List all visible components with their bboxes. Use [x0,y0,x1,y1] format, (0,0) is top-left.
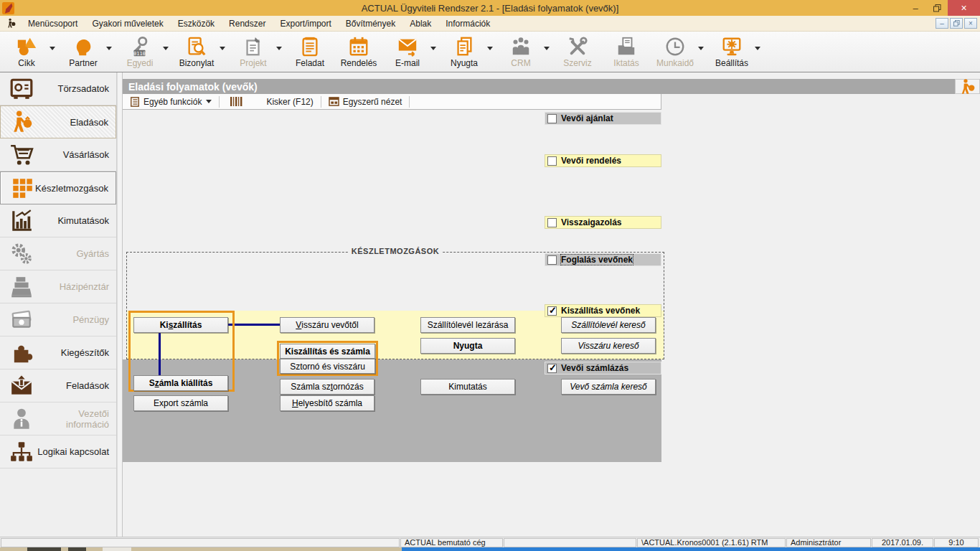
people-group-icon [510,36,532,57]
chevron-down-icon[interactable] [50,47,55,50]
checkbox-row-vevoi-szamlazas[interactable]: Vevői számlázás [545,362,661,375]
checkbox[interactable] [547,364,557,373]
sidebar-item-torzsadatok[interactable]: Törzsadatok [0,72,116,105]
menu-informaciok[interactable]: Információk [438,17,497,31]
mdi-minimize-button[interactable]: – [936,18,948,29]
szallitolevel-lezarasa-button[interactable]: Szállítólevél lezárása [420,317,515,333]
receipt-pages-icon [453,36,475,57]
menu-rendszer[interactable]: Rendszer [222,17,273,31]
gears-icon [9,242,34,266]
main-panel: Eladási folyamatok (vevők) Egyéb funkció… [123,72,980,537]
sidebar-item-kimutatasok[interactable]: Kimutatások [0,204,116,237]
checkbox[interactable] [547,218,557,227]
kiszallitas-es-szamla-button[interactable]: Kiszállítás és számla [280,344,375,359]
menu-bovitmenyek[interactable]: Bővítmények [339,17,402,31]
toolbar-szerviz[interactable]: Szerviz [557,36,598,68]
checkbox-row-vevoi-rendeles[interactable]: Vevői rendelés [545,154,661,167]
chevron-down-icon[interactable] [220,47,225,50]
sidebar-item-vezetoi-informacio[interactable]: Vezetői információ [0,402,116,435]
banknotes-icon [9,308,34,332]
checkbox[interactable] [547,114,557,123]
chevron-down-icon[interactable] [276,47,282,50]
simple-view-button[interactable]: Egyszerű nézet [321,94,410,109]
menu-ablak[interactable]: Ablak [402,17,438,31]
page-subtoolbar: Egyéb funkciók Kisker (F12) Egy [123,94,661,110]
org-tree-icon [9,440,34,464]
checkbox[interactable] [547,306,557,316]
sidebar-item-hazipenztar[interactable]: Házipénztár [0,270,116,303]
chevron-down-icon[interactable] [544,47,550,50]
chevron-down-icon[interactable] [487,47,493,50]
menu-eszkozok[interactable]: Eszközök [171,17,222,31]
safe-icon [9,77,34,101]
key-icon: 0110 [129,36,151,57]
menu-person-icon [6,18,17,29]
toolbar-projekt[interactable]: Projekt [232,36,282,68]
mdi-close-button[interactable]: × [964,18,977,29]
sidebar-item-keszletmozgasok[interactable]: Készletmozgások [0,171,116,204]
checkbox[interactable] [547,156,557,166]
szallitolevel-kereso-button[interactable]: Szállítólevél kereső [561,317,656,333]
kimutatas-button[interactable]: Kimutatás [420,379,515,395]
toolbar-feladat[interactable]: Feladat [289,36,331,68]
status-user: Adminisztrátor [786,538,871,547]
menubar: Menücsoport Gyakori műveletek Eszközök R… [0,16,980,32]
notepad-icon [299,36,321,57]
toolbar-rendeles[interactable]: Rendelés [338,36,380,68]
chevron-down-icon[interactable] [698,47,704,50]
chevron-down-icon[interactable] [106,47,112,50]
toolbar-crm[interactable]: CRM [500,36,550,68]
sidebar-item-feladasok[interactable]: Feladások [0,369,116,402]
toolbar-cikk[interactable]: Cikk [6,36,55,68]
helyesbito-szamla-button[interactable]: Helyesbítő számla [280,395,374,411]
menu-menucsoport[interactable]: Menücsoport [21,17,85,31]
toolbar-munkaido[interactable]: Munkaidő [654,36,704,68]
toolbar-partner[interactable]: Partner [62,36,112,68]
minimize-button[interactable]: – [905,0,926,16]
szamla-sztornozas-button[interactable]: Számla sztornózás [280,379,374,395]
sztorno-es-visszaru-button[interactable]: Sztornó és visszáru [280,359,375,374]
sidebar-item-kiegeszitok[interactable]: Kiegészítők [0,336,116,369]
restore-button[interactable] [926,0,948,16]
page-title: Eladási folyamatok (vevők) [123,79,955,94]
chevron-down-icon [206,100,212,103]
chevron-down-icon[interactable] [163,47,169,50]
statusbar: ACTUAL bemutató cég \ACTUAL.Kronos0001 (… [0,537,980,547]
envelope-icon [397,36,418,57]
sidebar-item-gyartas[interactable]: Gyártás [0,237,116,270]
checkbox-row-kiszallitas-vevonek[interactable]: Kiszállítás vevőnek [545,304,661,317]
close-button[interactable]: × [948,0,980,16]
sidebar-item-penzugy[interactable]: Pénzügy [0,303,116,336]
checkbox[interactable] [547,255,557,265]
toolbar-iktatas[interactable]: Iktatás [606,36,647,68]
kisker-button[interactable]: Kisker (F12) [220,94,320,109]
visszaru-vevotol-button[interactable]: Visszáru vevőtől [280,317,374,333]
person-icon [9,407,34,431]
visszaru-kereso-button[interactable]: Visszáru kereső [561,338,656,354]
toolbar-nyugta[interactable]: Nyugta [443,36,493,68]
archive-box-icon [616,36,637,57]
kiszallitas-button[interactable]: Kiszállítás [133,317,228,333]
sidebar-item-eladasok[interactable]: Eladások [0,105,116,138]
toolbar-bizonylat[interactable]: Bizonylat [176,36,225,68]
chevron-down-icon[interactable] [755,47,760,50]
other-functions-button[interactable]: Egyéb funkciók [123,94,219,109]
toolbar-email[interactable]: E-mail [387,36,436,68]
sidebar-item-logikai-kapcsolat[interactable]: Logikai kapcsolat [0,435,116,468]
checkbox-row-foglalas-vevonek[interactable]: Foglalás vevőnek [545,253,661,266]
vevo-szamla-kereso-button[interactable]: Vevő számla kereső [561,379,656,395]
nyugta-button[interactable]: Nyugta [420,338,515,354]
toolbar-egyedi[interactable]: 0110 Egyedi [119,36,169,68]
monitor-gear-icon [721,36,743,57]
checkbox-row-vevoi-ajanlat[interactable]: Vevői ajánlat [545,112,661,125]
chevron-down-icon[interactable] [430,47,436,50]
export-szamla-button[interactable]: Export számla [133,395,228,411]
szamla-kiallitas-button[interactable]: Számla kiállítás [133,375,228,391]
checkbox-row-visszaigazolas[interactable]: Visszaigazolás [545,216,661,229]
menu-gyakori-muveletek[interactable]: Gyakori műveletek [85,17,170,31]
sidebar-item-vasarlasok[interactable]: Vásárlások [0,138,116,171]
mdi-restore-button[interactable] [950,18,963,29]
menu-export-import[interactable]: Export/import [273,17,338,31]
sidebar-splitter[interactable] [117,72,123,537]
toolbar-beallitas[interactable]: Beállítás [711,36,760,68]
